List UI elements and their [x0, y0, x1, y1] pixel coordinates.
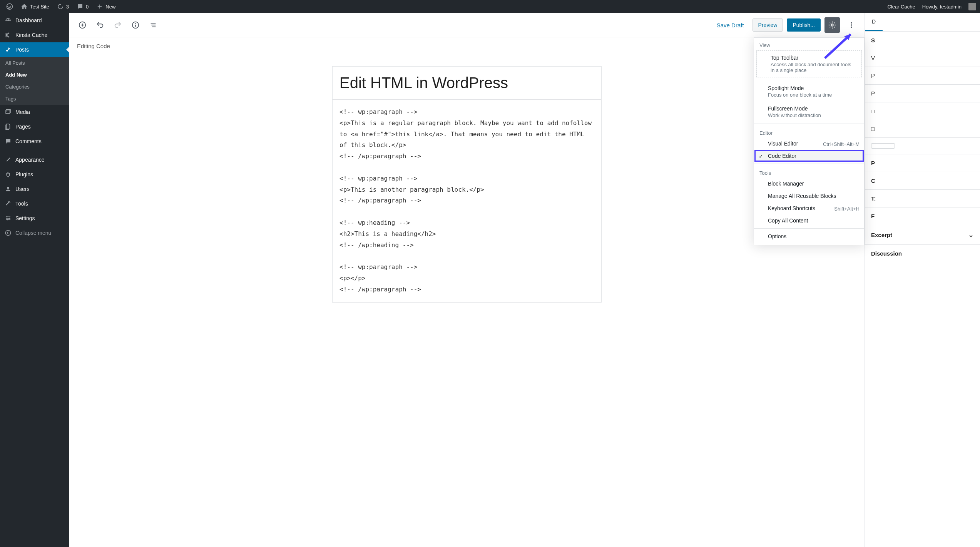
settings-section-post-format[interactable]: P — [865, 85, 980, 102]
menu-item-desc: Work without distraction — [768, 112, 858, 118]
settings-section-featured[interactable]: F — [865, 207, 980, 225]
svg-point-2 — [7, 187, 9, 189]
avatar[interactable] — [968, 3, 976, 10]
kinsta-icon — [5, 32, 12, 38]
tab-document[interactable]: D — [865, 13, 883, 31]
settings-section-excerpt[interactable]: Excerpt ⌄ — [865, 225, 980, 245]
site-link[interactable]: Test Site — [18, 0, 52, 13]
settings-section-status[interactable]: S — [865, 32, 980, 49]
sidebar-item-comments[interactable]: Comments — [0, 134, 69, 149]
settings-section-label: C — [871, 177, 875, 184]
settings-section-button[interactable] — [865, 138, 980, 154]
menu-item-manage-reusable-blocks[interactable]: Manage All Reusable Blocks — [754, 190, 864, 202]
menu-item-visual-editor[interactable]: Visual Editor Ctrl+Shift+Alt+M — [754, 137, 864, 150]
sidebar-subitem-add-new[interactable]: Add New — [0, 69, 69, 81]
updates-count: 3 — [66, 4, 69, 10]
plugin-icon — [5, 171, 12, 178]
sidebar-item-tools[interactable]: Tools — [0, 196, 69, 211]
svg-point-4 — [9, 218, 10, 219]
settings-sidebar-toggle[interactable] — [824, 17, 840, 33]
sidebar-label-media: Media — [15, 109, 30, 115]
site-name: Test Site — [30, 4, 49, 10]
sidebar-item-posts[interactable]: Posts — [0, 42, 69, 57]
menu-item-code-editor[interactable]: Code Editor — [754, 150, 864, 162]
settings-section-label: Discussion — [871, 250, 902, 257]
svg-point-1 — [7, 111, 7, 112]
sidebar-collapse-toggle[interactable]: Collapse menu — [0, 226, 69, 240]
menu-item-block-manager[interactable]: Block Manager — [754, 177, 864, 190]
svg-point-10 — [831, 24, 833, 26]
undo-button[interactable] — [92, 17, 108, 33]
settings-section-visibility[interactable]: V — [865, 49, 980, 67]
menu-item-desc: Access all block and document tools in a… — [771, 62, 855, 73]
settings-section-label: Excerpt — [871, 232, 892, 238]
post-title-input[interactable]: Edit HTML in WordPress — [332, 66, 602, 100]
editor-toolbar: Save Draft Preview Publish... — [69, 13, 865, 37]
menu-item-title: Copy All Content — [768, 217, 808, 224]
editor-body: Edit HTML in WordPress <!-- wp:paragraph… — [69, 55, 865, 547]
menu-item-shortcut: Shift+Alt+H — [834, 206, 860, 212]
sidebar-item-users[interactable]: Users — [0, 182, 69, 196]
more-options-button[interactable] — [844, 17, 859, 33]
settings-tabs: D — [865, 13, 980, 32]
sidebar-item-settings[interactable]: Settings — [0, 211, 69, 226]
sidebar-item-plugins[interactable]: Plugins — [0, 167, 69, 182]
redo-button[interactable] — [110, 17, 125, 33]
menu-item-fullscreen-mode[interactable]: Fullscreen Mode Work without distraction — [754, 102, 864, 122]
menu-item-title: Visual Editor — [768, 141, 798, 147]
wrench-icon — [5, 200, 12, 207]
sidebar-submenu-posts: All Posts Add New Categories Tags — [0, 57, 69, 105]
howdy-link[interactable]: Howdy, testadmin — [922, 4, 962, 10]
settings-section-discussion[interactable]: Discussion — [865, 245, 980, 262]
menu-item-top-toolbar[interactable]: Top Toolbar Access all block and documen… — [757, 51, 861, 77]
menu-item-keyboard-shortcuts[interactable]: Keyboard Shortcuts Shift+Alt+H — [754, 202, 864, 214]
sidebar-item-kinsta[interactable]: Kinsta Cache — [0, 28, 69, 42]
sidebar-item-appearance[interactable]: Appearance — [0, 152, 69, 167]
sidebar-label-settings: Settings — [15, 215, 35, 221]
updates-link[interactable]: 3 — [55, 0, 71, 13]
dashboard-icon — [5, 17, 12, 24]
settings-section-permalink[interactable]: P — [865, 154, 980, 172]
settings-section-publish[interactable]: P — [865, 67, 980, 85]
plus-circle-icon — [78, 21, 87, 29]
clear-cache-link[interactable]: Clear Cache — [887, 4, 915, 10]
sidebar-label-comments: Comments — [15, 138, 42, 144]
comment-count: 0 — [86, 4, 89, 10]
comments-link[interactable]: 0 — [74, 0, 91, 13]
more-options-menu: View Top Toolbar Access all block and do… — [754, 37, 865, 245]
save-draft-button[interactable]: Save Draft — [712, 19, 749, 32]
sidebar-item-pages[interactable]: Pages — [0, 119, 69, 134]
settings-section-checkbox1[interactable]: □ — [865, 102, 980, 120]
add-block-button[interactable] — [75, 17, 90, 33]
svg-point-12 — [851, 24, 852, 26]
sidebar-subitem-all-posts[interactable]: All Posts — [0, 57, 69, 69]
menu-item-options[interactable]: Options — [754, 230, 864, 245]
new-content-link[interactable]: New — [94, 0, 118, 13]
wordpress-logo-icon[interactable] — [4, 0, 15, 13]
menu-item-spotlight-mode[interactable]: Spotlight Mode Focus on one block at a t… — [754, 81, 864, 102]
menu-heading-editor: Editor — [754, 125, 864, 137]
settings-section-label: P — [871, 72, 875, 79]
sidebar-item-media[interactable]: Media — [0, 105, 69, 119]
comment-icon — [77, 3, 84, 10]
block-navigation-button[interactable] — [145, 17, 161, 33]
sidebar-item-dashboard[interactable]: Dashboard — [0, 13, 69, 28]
code-editor-textarea[interactable]: <!-- wp:paragraph --> <p>This is a regul… — [332, 100, 602, 303]
settings-section-tags[interactable]: T: — [865, 190, 980, 207]
menu-item-title: Code Editor — [768, 153, 796, 159]
sidebar-label-tools: Tools — [15, 201, 28, 207]
menu-item-copy-all-content[interactable]: Copy All Content — [754, 214, 864, 227]
svg-point-9 — [135, 23, 136, 24]
menu-item-title: Block Manager — [768, 181, 804, 187]
content-structure-button[interactable] — [128, 17, 143, 33]
post-title-value: Edit HTML in WordPress — [339, 74, 594, 92]
settings-section-checkbox2[interactable]: □ — [865, 120, 980, 138]
settings-section-label: T: — [871, 195, 876, 202]
publish-button[interactable]: Publish... — [787, 18, 821, 32]
preview-button[interactable]: Preview — [753, 18, 783, 32]
menu-item-title: Spotlight Mode — [768, 85, 858, 91]
settings-section-categories[interactable]: C — [865, 172, 980, 190]
settings-section-label: P — [871, 90, 875, 97]
sidebar-subitem-categories[interactable]: Categories — [0, 81, 69, 93]
sidebar-subitem-tags[interactable]: Tags — [0, 93, 69, 105]
